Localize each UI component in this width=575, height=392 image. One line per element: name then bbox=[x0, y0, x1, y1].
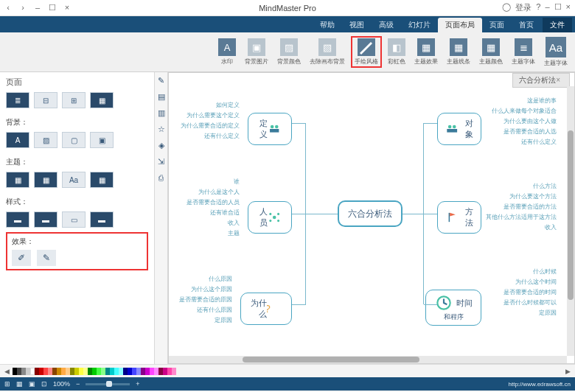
tool-frame2-icon[interactable]: ▥ bbox=[156, 108, 167, 118]
ribbon-rainbow[interactable]: ◧彩虹色 bbox=[385, 37, 408, 67]
node-b5[interactable]: 人员 bbox=[248, 201, 292, 234]
layout-opt-2[interactable]: ⊞ bbox=[62, 92, 86, 108]
ribbon-theme-color[interactable]: ▦主题颜色 bbox=[476, 37, 506, 67]
tool-frame1-icon[interactable]: ▤ bbox=[156, 91, 167, 102]
layout-opt-1[interactable]: ▦ bbox=[90, 92, 114, 108]
node-root[interactable]: 六合分析法 bbox=[338, 200, 402, 227]
txt-b6-1: 为什么这个原因 bbox=[191, 285, 232, 293]
status-icon-2[interactable]: ▦ bbox=[16, 380, 23, 388]
tool-print-icon[interactable]: ⎙ bbox=[156, 172, 167, 183]
close-icon[interactable]: × bbox=[63, 3, 71, 13]
svg-rect-12 bbox=[449, 213, 450, 222]
theme-opt-2[interactable]: Aa bbox=[62, 172, 86, 188]
txt-b3-1: 为什么这个时间 bbox=[515, 278, 557, 286]
txt-b1-1: 什么人来做每个对象适合 bbox=[492, 107, 557, 115]
scrollbar-v[interactable] bbox=[567, 86, 574, 356]
node-b4[interactable]: 定义 bbox=[248, 113, 292, 145]
ribbon-bgcolor[interactable]: ▨背景颜色 bbox=[274, 37, 304, 67]
ribbon-theme-line[interactable]: ▦主题线条 bbox=[444, 37, 473, 67]
bg-opt-3[interactable]: ▨ bbox=[34, 132, 58, 148]
page-close-icon[interactable]: × bbox=[556, 76, 560, 84]
tab-pagelayout[interactable]: 页面布局 bbox=[438, 18, 482, 32]
status-url: http://www.edrawsoft.cn bbox=[509, 381, 571, 388]
side-toolstrip: ✎ ▤ ▥ ☆ ◈ ⇲ ⎙ bbox=[155, 72, 168, 364]
style-opt-3[interactable]: ▬ bbox=[34, 211, 58, 228]
txt-b3-4: 定原因 bbox=[539, 309, 557, 317]
ribbon-removebg[interactable]: ▧去除画布背景 bbox=[307, 37, 348, 67]
ribbon-bgimg[interactable]: ▣背景图片 bbox=[242, 37, 271, 67]
login-link[interactable]: 登录 bbox=[515, 2, 532, 13]
back-icon[interactable]: ‹ bbox=[4, 3, 12, 13]
flag-icon bbox=[445, 208, 459, 227]
color-bar[interactable]: ◀ ▶ bbox=[0, 364, 575, 377]
txt-b3-2: 是否需要合适的时间 bbox=[503, 288, 557, 296]
status-icon-3[interactable]: ▣ bbox=[29, 380, 35, 388]
ribbon-theme-font2[interactable]: ≣主题字体 bbox=[509, 37, 538, 67]
txt-b5-0: 谁 bbox=[234, 178, 240, 186]
tab-slideshow[interactable]: 幻灯片 bbox=[401, 18, 438, 32]
ribbon-theme-effect[interactable]: ▦主题效果 bbox=[411, 37, 441, 67]
help-icon[interactable]: ? bbox=[536, 2, 540, 13]
ribbon-watermark[interactable]: A水印 bbox=[215, 37, 239, 67]
tool-tag-icon[interactable]: ◈ bbox=[156, 140, 167, 150]
forward-icon[interactable]: › bbox=[19, 3, 27, 13]
scrollbar-h[interactable] bbox=[169, 356, 567, 363]
bg-opt-2[interactable]: ▢ bbox=[62, 132, 86, 148]
txt-b5-4: 收入 bbox=[228, 219, 240, 227]
tab-home[interactable]: 首页 bbox=[512, 18, 541, 32]
txt-b3-3: 是否什么时候都可以 bbox=[503, 298, 557, 307]
close2-icon[interactable]: × bbox=[566, 2, 571, 13]
tool-brush-icon[interactable]: ✎ bbox=[156, 75, 167, 85]
workspace: ×六合分析法 六合分析法 定义 如何定义 为什么需要这个定义 为什么需要合适的定… bbox=[0, 72, 575, 364]
user-icon[interactable]: ◯ bbox=[502, 2, 511, 13]
tab-view[interactable]: 视图 bbox=[342, 18, 372, 32]
tab-bar: 文件 首页 页面 页面布局 幻灯片 高级 视图 帮助 bbox=[0, 16, 575, 32]
tab-page[interactable]: 页面 bbox=[482, 18, 512, 32]
node-b6[interactable]: ?为什么 bbox=[240, 293, 292, 325]
node-b2[interactable]: 方法 bbox=[437, 201, 481, 234]
ribbon-theme-font[interactable]: Aa主题字体 bbox=[541, 35, 571, 69]
tab-help[interactable]: 帮助 bbox=[313, 18, 342, 32]
style-opt-4[interactable]: ▬ bbox=[6, 211, 29, 228]
txt-b4-3: 还有什么定义 bbox=[204, 132, 240, 140]
txt-b4-1: 为什么需要这个定义 bbox=[187, 111, 240, 119]
maximize-icon[interactable]: ☐ bbox=[49, 3, 56, 13]
layout-opt-3[interactable]: ⊟ bbox=[34, 92, 58, 108]
txt-b1-3: 是否需要合适的人选 bbox=[503, 127, 557, 136]
bg-opt-4[interactable]: A bbox=[6, 132, 29, 148]
node-b3[interactable]: 时间和程序 bbox=[425, 290, 481, 326]
minimize-icon[interactable]: – bbox=[34, 3, 41, 13]
page-tab[interactable]: ×六合分析法 bbox=[512, 73, 570, 88]
canvas[interactable]: ×六合分析法 六合分析法 定义 如何定义 为什么需要这个定义 为什么需要合适的定… bbox=[168, 72, 575, 364]
tool-export-icon[interactable]: ⇲ bbox=[156, 156, 167, 167]
status-icon-4[interactable]: ⊡ bbox=[41, 380, 47, 388]
txt-b6-2: 是否需要合适的原因 bbox=[179, 295, 232, 304]
style-opt-1[interactable]: ▬ bbox=[90, 211, 114, 228]
theme-opt-1[interactable]: ▦ bbox=[90, 172, 114, 188]
layout-opt-4[interactable]: ≣ bbox=[6, 92, 29, 108]
theme-opt-4[interactable]: ▦ bbox=[6, 172, 29, 188]
tab-file[interactable]: 文件 bbox=[543, 18, 572, 32]
txt-b5-2: 是否需要合适的人员 bbox=[187, 198, 240, 206]
tab-advanced[interactable]: 高级 bbox=[372, 18, 401, 32]
node-b1[interactable]: 对象 bbox=[437, 113, 481, 145]
theme-opt-3[interactable]: ▦ bbox=[34, 172, 58, 188]
max2-icon[interactable]: ☐ bbox=[554, 2, 562, 13]
clock-icon bbox=[434, 293, 453, 312]
effect-handdraw-button[interactable]: ✎ bbox=[37, 250, 56, 266]
effect-pen-button[interactable]: ✐ bbox=[12, 250, 31, 266]
zoom-out-icon[interactable]: − bbox=[76, 380, 80, 388]
txt-b4-0: 如何定义 bbox=[216, 101, 240, 109]
style-opt-2[interactable]: ▭ bbox=[62, 211, 86, 228]
status-icon-1[interactable]: ⊞ bbox=[4, 380, 10, 388]
status-bar: ⊞ ▦ ▣ ⊡ 100% − + http://www.edrawsoft.cn bbox=[0, 377, 575, 391]
txt-b6-4: 定原因 bbox=[215, 316, 232, 324]
svg-point-6 bbox=[269, 220, 271, 222]
question-icon: ? bbox=[267, 299, 281, 318]
ribbon-handdraw[interactable]: 手绘风格 bbox=[351, 36, 382, 68]
bg-opt-1[interactable]: ▣ bbox=[90, 132, 114, 148]
min2-icon[interactable]: – bbox=[545, 2, 549, 13]
txt-b1-2: 为什么要由这个人做 bbox=[503, 117, 557, 125]
zoom-in-icon[interactable]: + bbox=[136, 380, 139, 388]
tool-star-icon[interactable]: ☆ bbox=[156, 124, 167, 134]
